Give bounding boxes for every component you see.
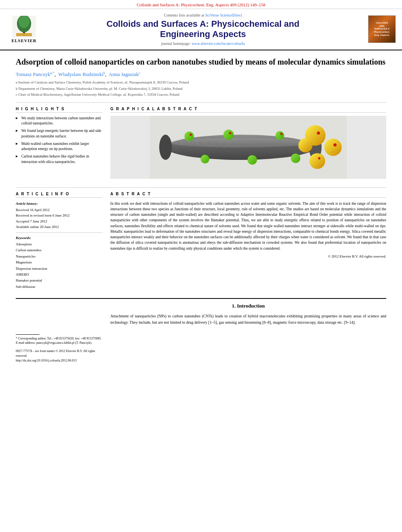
accepted-date: Accepted 7 June 2012: [16, 219, 102, 224]
article-title: Adsorption of colloid nanoparticles on c…: [16, 57, 386, 67]
journal-center: Contents lists available at SciVerse Sci…: [42, 13, 364, 46]
svg-point-18: [229, 132, 231, 134]
elsevier-logo-area: ELSEVIER: [6, 16, 42, 43]
affiliations: a Institute of Catalysis and Surface Che…: [16, 80, 386, 98]
info-abstract-row: A R T I C L E I N F O Article history: R…: [16, 192, 386, 293]
intro-left-column: * Corresponding author. Tel.: +48 815375…: [16, 303, 102, 363]
author-2: Wladyslaw Rudzinski: [58, 71, 103, 77]
graphical-abstract-column: G R A P H I C A L A B S T R A C T: [110, 107, 386, 183]
main-content: Adsorption of colloid nanoparticles on c…: [0, 50, 402, 371]
article-history-title: Article history:: [16, 201, 102, 206]
svg-point-25: [333, 143, 337, 146]
highlight-item-4: Carbon nanotubes behave like rigid bodie…: [16, 154, 102, 165]
svg-point-24: [317, 132, 320, 135]
citation-text: Colloids and Surfaces A: Physicochem. En…: [137, 2, 266, 7]
received-date: Received 16 April 2012: [16, 207, 102, 213]
author-3: Anna Jagusiak: [109, 71, 139, 77]
abstract-column: A B S T R A C T In this work we deal wit…: [110, 192, 386, 293]
svg-point-17: [190, 133, 192, 136]
journal-title: Colloids and Surfaces A: Physicochemical…: [42, 19, 364, 40]
revised-date: Received in revised form 6 June 2012: [16, 213, 102, 218]
highlights-column: H I G H L I G H T S We study interaction…: [16, 107, 102, 183]
svg-point-23: [298, 138, 313, 152]
article-info-column: A R T I C L E I N F O Article history: R…: [16, 192, 102, 293]
divider-2: [16, 187, 386, 188]
divider-3: [16, 298, 386, 299]
svg-point-21: [324, 139, 342, 156]
svg-point-11: [184, 132, 194, 141]
keyword-3: Nanoparticles: [16, 254, 102, 259]
elsevier-tree-icon: [12, 16, 36, 37]
introduction-section: * Corresponding author. Tel.: +48 815375…: [16, 303, 386, 363]
svg-point-14: [248, 155, 257, 165]
keyword-6: AIREBO: [16, 272, 102, 277]
intro-title: 1. Introduction: [110, 303, 386, 309]
highlights-list: We study interactions between carbon nan…: [16, 116, 102, 165]
keyword-1: Adsorption: [16, 241, 102, 247]
sciverse-link: Contents lists available at SciVerse Sci…: [42, 13, 364, 17]
svg-point-15: [275, 131, 284, 140]
article-info-content: Article history: Received 16 April 2012 …: [16, 201, 102, 289]
svg-point-26: [318, 157, 320, 159]
affiliation-a: a Institute of Catalysis and Surface Che…: [16, 80, 386, 85]
keyword-4: Magnetism: [16, 260, 102, 265]
keyword-2: Carbon nanotubes: [16, 247, 102, 253]
elsevier-logo: ELSEVIER: [6, 16, 42, 43]
footnote-line: [16, 334, 39, 335]
svg-point-22: [309, 153, 325, 169]
cnt-svg: [110, 116, 386, 179]
copyright: © 2012 Elsevier B.V. All rights reserved…: [110, 254, 386, 258]
highlight-item-2: We found large energetic barrier between…: [16, 128, 102, 139]
authors: Tomasz Panczyka,*, Wladyslaw Rudzinskib,…: [16, 71, 386, 78]
citation-bar: Colloids and Surfaces A: Physicochem. En…: [0, 0, 402, 9]
footnote-star: * Corresponding author. Tel.: +48 815375…: [16, 336, 102, 345]
graphical-abstract-header: G R A P H I C A L A B S T R A C T: [110, 107, 386, 113]
svg-point-3: [19, 16, 30, 28]
intro-right-column: 1. Introduction Attachment of nanopartic…: [110, 303, 386, 363]
svg-point-16: [291, 154, 300, 163]
highlight-item-1: We study interactions between carbon nan…: [16, 116, 102, 126]
elsevier-text: ELSEVIER: [11, 38, 37, 43]
keyword-8: Sub-diffusion: [16, 284, 102, 289]
highlights-graphical-row: H I G H L I G H T S We study interaction…: [16, 107, 386, 183]
keyword-5: Dispersion interaction: [16, 266, 102, 271]
keywords-title: Keywords:: [16, 235, 102, 241]
highlights-header: H I G H L I G H T S: [16, 107, 102, 113]
sciverse-anchor[interactable]: SciVerse ScienceDirect: [205, 13, 242, 17]
highlight-item-3: Multi-walled carbon nanotubes exhibit la…: [16, 141, 102, 152]
divider-1: [16, 102, 386, 103]
affiliation-c: c Chair of Medical Biochemistry, Jagiell…: [16, 92, 386, 98]
svg-point-19: [280, 133, 283, 135]
issn-text: 0927-7757/$ – see front matter © 2012 El…: [16, 349, 102, 363]
journal-header: ELSEVIER Contents lists available at Sci…: [0, 9, 402, 50]
badge-text: COLLOIDSANDSURFACES APhysicochem.Eng. As…: [374, 22, 390, 37]
journal-homepage: journal homepage: www.elsevier.com/locat…: [42, 41, 364, 46]
journal-badge: COLLOIDSANDSURFACES APhysicochem.Eng. As…: [368, 15, 396, 43]
svg-point-12: [201, 155, 209, 163]
intro-text: Attachment of nanoparticles (NPs) to car…: [110, 313, 386, 326]
article-dates: Received 16 April 2012 Received in revis…: [16, 207, 102, 230]
article-info-header: A R T I C L E I N F O: [16, 192, 102, 198]
graphical-abstract-image: [110, 116, 386, 179]
abstract-text: In this work we deal with interactions o…: [110, 201, 386, 251]
svg-point-9: [159, 135, 172, 160]
journal-logo-right: COLLOIDSANDSURFACES APhysicochem.Eng. As…: [364, 15, 396, 43]
keyword-7: Hamaker potential: [16, 278, 102, 283]
affiliation-b: b Department of Chemistry, Maria Curie-S…: [16, 86, 386, 92]
homepage-link[interactable]: www.elsevier.com/locate/colsurfa: [192, 41, 245, 46]
author-1: Tomasz Panczyk: [16, 71, 50, 77]
abstract-header: A B S T R A C T: [110, 192, 386, 198]
available-date: Available online 20 June 2012: [16, 224, 102, 230]
svg-point-13: [223, 130, 234, 140]
